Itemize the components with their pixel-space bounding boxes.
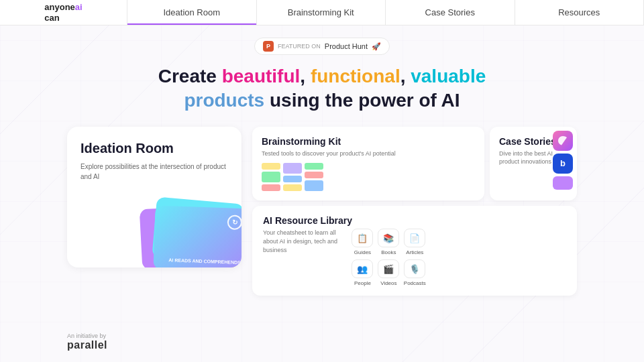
podcasts-icon: 🎙️ bbox=[404, 259, 425, 278]
resource-item-people[interactable]: 👥 People bbox=[352, 259, 374, 286]
kit-col-2 bbox=[283, 163, 302, 191]
articles-label: Articles bbox=[406, 249, 423, 255]
footer: An initiative by parallel bbox=[67, 333, 107, 351]
hero-heading: Create beautiful, functional, valuable p… bbox=[158, 64, 486, 113]
kit-item bbox=[283, 176, 302, 182]
hero-valuable: valuable bbox=[411, 66, 486, 86]
kit-preview bbox=[262, 163, 475, 191]
logo-ai: ai bbox=[75, 2, 83, 12]
right-top-row: Brainstorming Kit Tested tools to discov… bbox=[252, 127, 577, 201]
footer-initiative-label: An initiative by bbox=[67, 333, 107, 339]
kit-item bbox=[262, 184, 280, 191]
resource-item-podcasts[interactable]: 🎙️ Podcasts bbox=[404, 259, 426, 286]
stack-card-text: AI READS AND COMPREHENDS bbox=[168, 257, 241, 265]
product-hunt-icon: P bbox=[263, 41, 274, 52]
resource-desc: Your cheatsheet to learn all about AI in… bbox=[263, 229, 343, 254]
hero-create: Create bbox=[158, 66, 222, 86]
right-panel: Brainstorming Kit Tested tools to discov… bbox=[252, 127, 577, 296]
guides-icon: 📋 bbox=[352, 229, 373, 247]
kit-col-3 bbox=[305, 163, 323, 191]
ideation-room-card[interactable]: Ideation Room Explore possibilities at t… bbox=[67, 127, 241, 267]
main-content: P FEATURED ON Product Hunt 🚀 Create beau… bbox=[0, 25, 644, 296]
nav-item-ideation-room[interactable]: Ideation Room bbox=[127, 0, 257, 25]
nav-item-resources[interactable]: Resources bbox=[515, 0, 645, 25]
hero-products: products bbox=[184, 90, 264, 111]
hero-functional: functional bbox=[311, 66, 400, 86]
app-icon-b: b bbox=[553, 154, 573, 174]
hero-end: using the power of AI bbox=[264, 90, 460, 111]
navigation: anyoneai can Ideation Room Brainstorming… bbox=[0, 0, 644, 25]
logo-line2: can bbox=[44, 13, 59, 23]
kit-item bbox=[283, 163, 302, 174]
brainstorm-title: Brainstorming Kit bbox=[262, 136, 475, 147]
resource-title: AI Resource Library bbox=[263, 215, 566, 226]
ideation-desc: Explore possibilities at the intersectio… bbox=[80, 162, 228, 182]
podcasts-label: Podcasts bbox=[404, 280, 426, 286]
nav-item-case-stories[interactable]: Case Stories bbox=[386, 0, 515, 25]
ph-name: Product Hunt bbox=[325, 42, 368, 50]
articles-icon: 📄 bbox=[404, 229, 425, 247]
refresh-icon: ↻ bbox=[227, 215, 241, 230]
ph-prefix: FEATURED ON bbox=[278, 43, 321, 50]
ai-resource-library-card[interactable]: AI Resource Library Your cheatsheet to l… bbox=[252, 206, 577, 296]
hero-comma1: , bbox=[300, 66, 311, 86]
books-label: Books bbox=[381, 249, 396, 255]
books-icon: 📚 bbox=[378, 229, 399, 247]
brainstorm-desc: Tested tools to discover your product's … bbox=[262, 149, 475, 158]
brainstorming-kit-card[interactable]: Brainstorming Kit Tested tools to discov… bbox=[252, 127, 484, 201]
kit-item bbox=[305, 180, 323, 191]
videos-label: Videos bbox=[380, 280, 396, 286]
nav-item-brainstorming-kit[interactable]: Brainstorming Kit bbox=[257, 0, 386, 25]
footer-parallel: parallel bbox=[67, 339, 107, 351]
app-icon-extra bbox=[553, 176, 573, 190]
resource-grid: 📋 Guides 📚 Books 📄 Articles 👥 bbox=[352, 229, 426, 286]
product-hunt-badge[interactable]: P FEATURED ON Product Hunt 🚀 bbox=[254, 38, 390, 55]
kit-item bbox=[305, 172, 323, 178]
cards-row: Ideation Room Explore possibilities at t… bbox=[67, 127, 577, 296]
stack-card-main: ↻ AI READS AND COMPREHENDS bbox=[153, 205, 241, 267]
app-icon-surfboard bbox=[553, 131, 573, 151]
resource-item-articles[interactable]: 📄 Articles bbox=[404, 229, 426, 255]
resource-item-guides[interactable]: 📋 Guides bbox=[352, 229, 374, 255]
resource-item-videos[interactable]: 🎬 Videos bbox=[378, 259, 400, 286]
kit-item bbox=[262, 172, 280, 182]
kit-item bbox=[262, 163, 280, 170]
kit-col-1 bbox=[262, 163, 280, 191]
logo[interactable]: anyoneai can bbox=[0, 0, 127, 25]
resource-item-books[interactable]: 📚 Books bbox=[378, 229, 400, 255]
ideation-title: Ideation Room bbox=[80, 140, 228, 156]
cards-stack: ↻ AI READS AND COMPREHENDS bbox=[141, 180, 241, 267]
logo-line1: anyone bbox=[44, 2, 75, 12]
videos-icon: 🎬 bbox=[378, 259, 399, 278]
hero-beautiful: beautiful bbox=[222, 66, 301, 86]
guides-label: Guides bbox=[354, 249, 371, 255]
case-stories-card[interactable]: Case Stories Dive into the best AI produ… bbox=[490, 127, 577, 201]
kit-item bbox=[283, 184, 302, 191]
app-icons: b bbox=[553, 131, 573, 190]
people-label: People bbox=[354, 280, 371, 286]
people-icon: 👥 bbox=[352, 259, 373, 278]
ph-rocket: 🚀 bbox=[372, 42, 381, 51]
nav-items: Ideation Room Brainstorming Kit Case Sto… bbox=[127, 0, 644, 25]
hero-comma2: , bbox=[400, 66, 411, 86]
kit-item bbox=[305, 163, 323, 170]
